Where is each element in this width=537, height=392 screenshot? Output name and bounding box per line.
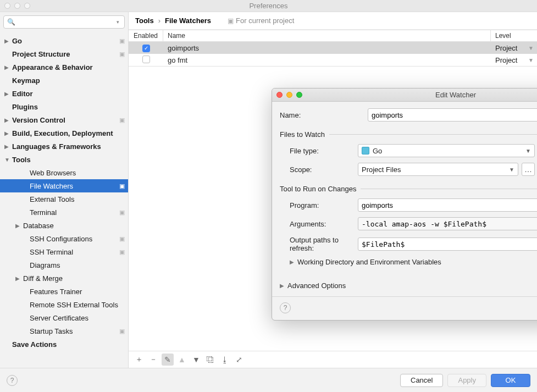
tree-item-diagrams[interactable]: ▶Diagrams <box>0 258 128 272</box>
project-scope-icon: ▣ <box>115 51 125 58</box>
tree-item-server-certificates[interactable]: ▶Server Certificates <box>0 311 128 324</box>
preferences-sidebar: 🔍 ▾ ▶Go▣▶Project Structure▣▶Appearance &… <box>0 12 129 368</box>
chevron-down-icon[interactable]: ▾ <box>117 19 119 25</box>
tree-item-version-control[interactable]: ▶Version Control▣ <box>0 113 128 126</box>
watcher-name: go fmt <box>163 56 491 64</box>
tree-item-save-actions[interactable]: ▶Save Actions <box>0 338 128 351</box>
tree-item-database[interactable]: ▶Database <box>0 219 128 232</box>
export-button[interactable]: ⤢ <box>233 354 245 366</box>
import-button[interactable]: ⭳ <box>219 354 231 366</box>
settings-tree: ▶Go▣▶Project Structure▣▶Appearance & Beh… <box>0 32 128 368</box>
tree-item-ssh-configurations[interactable]: ▶SSH Configurations▣ <box>0 232 128 245</box>
level-dropdown-icon[interactable]: ▼ <box>525 57 537 63</box>
tree-item-external-tools[interactable]: ▶External Tools <box>0 192 128 206</box>
breadcrumb-parent[interactable]: Tools <box>135 16 154 25</box>
search-icon: 🔍 <box>7 18 15 26</box>
working-dir-collapser[interactable]: ▶Working Directory and Environment Varia… <box>290 258 537 266</box>
search-input[interactable] <box>17 18 117 26</box>
tree-item-label: Appearance & Behavior <box>12 63 125 71</box>
advanced-collapser[interactable]: ▶Advanced Options <box>280 281 537 290</box>
tree-item-plugins[interactable]: ▶Plugins <box>0 100 128 113</box>
project-scope-icon: ▣ <box>115 328 125 335</box>
chevron-right-icon: ▶ <box>290 259 294 265</box>
table-row[interactable]: ✓goimportsProject▼ <box>129 42 537 54</box>
window-titlebar: Preferences <box>0 0 537 12</box>
watcher-name: goimports <box>163 44 491 52</box>
program-label: Program: <box>280 201 358 209</box>
tree-item-label: Terminal <box>30 208 115 217</box>
move-down-button[interactable]: ▼ <box>190 354 202 366</box>
ok-button[interactable]: OK <box>491 374 530 387</box>
dialog-max[interactable] <box>296 92 302 98</box>
tree-item-tools[interactable]: ▼Tools <box>0 153 128 166</box>
tree-item-label: Database <box>23 222 125 230</box>
tree-item-label: Startup Tasks <box>30 327 115 335</box>
tree-item-web-browsers[interactable]: ▶Web Browsers <box>0 166 128 179</box>
tree-item-ssh-terminal[interactable]: ▶SSH Terminal▣ <box>0 245 128 258</box>
chevron-right-icon: ▶ <box>15 275 23 281</box>
tree-item-terminal[interactable]: ▶Terminal▣ <box>0 206 128 219</box>
tree-item-label: Web Browsers <box>30 169 125 177</box>
dialog-min[interactable] <box>286 92 292 98</box>
traffic-close[interactable] <box>4 3 10 9</box>
tree-item-label: Languages & Frameworks <box>12 142 125 151</box>
chevron-down-icon: ▼ <box>4 157 12 163</box>
col-level[interactable]: Level <box>491 30 537 41</box>
chevron-right-icon: ▶ <box>4 117 12 123</box>
arguments-input[interactable] <box>358 217 537 230</box>
name-input[interactable] <box>368 108 537 122</box>
tree-item-startup-tasks[interactable]: ▶Startup Tasks▣ <box>0 324 128 338</box>
edit-button[interactable]: ✎ <box>162 354 174 366</box>
chevron-right-icon: ▶ <box>15 223 23 229</box>
add-button[interactable]: ＋ <box>133 354 145 366</box>
tree-item-go[interactable]: ▶Go▣ <box>0 34 128 47</box>
help-button[interactable]: ? <box>280 302 291 313</box>
chevron-right-icon: ▶ <box>4 91 12 97</box>
help-button[interactable]: ? <box>7 375 18 386</box>
traffic-min[interactable] <box>14 3 20 9</box>
tree-item-label: Project Structure <box>12 50 115 58</box>
chevron-right-icon: › <box>158 16 160 25</box>
tree-item-label: Build, Execution, Deployment <box>12 129 125 137</box>
tree-item-label: SSH Terminal <box>30 248 115 256</box>
tree-item-editor[interactable]: ▶Editor <box>0 87 128 100</box>
scope-browse-button[interactable]: … <box>522 163 535 176</box>
tree-item-appearance-behavior[interactable]: ▶Appearance & Behavior <box>0 60 128 74</box>
scope-select[interactable]: Project Files▼ <box>358 163 518 176</box>
table-row[interactable]: go fmtProject▼ <box>129 54 537 66</box>
dialog-close[interactable] <box>276 92 283 98</box>
chevron-right-icon: ▶ <box>4 38 12 44</box>
tree-item-diff-merge[interactable]: ▶Diff & Merge <box>0 272 128 285</box>
tree-item-project-structure[interactable]: ▶Project Structure▣ <box>0 47 128 60</box>
tree-item-keymap[interactable]: ▶Keymap <box>0 74 128 87</box>
level-dropdown-icon[interactable]: ▼ <box>525 45 537 51</box>
copy-button[interactable]: ⿻ <box>204 354 217 366</box>
col-enabled[interactable]: Enabled <box>129 30 163 41</box>
output-input[interactable] <box>358 238 537 251</box>
chevron-down-icon: ▼ <box>509 167 514 173</box>
enabled-checkbox[interactable]: ✓ <box>142 45 150 52</box>
project-scope-icon: ▣ <box>115 183 125 190</box>
search-box[interactable]: 🔍 ▾ <box>3 15 125 29</box>
tree-item-languages-frameworks[interactable]: ▶Languages & Frameworks <box>0 140 128 153</box>
project-scope-icon: ▣ <box>115 249 125 256</box>
project-scope-icon: ▣ <box>115 209 125 216</box>
tree-item-build-execution-deployment[interactable]: ▶Build, Execution, Deployment <box>0 126 128 140</box>
col-name[interactable]: Name <box>163 30 491 41</box>
enabled-checkbox[interactable] <box>142 56 150 63</box>
tree-item-features-trainer[interactable]: ▶Features Trainer <box>0 285 128 298</box>
tree-item-label: Remote SSH External Tools <box>30 301 125 309</box>
project-scope-icon: ▣ <box>115 37 125 45</box>
remove-button[interactable]: － <box>147 354 159 366</box>
tree-item-remote-ssh-external-tools[interactable]: ▶Remote SSH External Tools <box>0 298 128 311</box>
project-scope-icon: ▣ <box>115 117 125 124</box>
cancel-button[interactable]: Cancel <box>400 374 443 387</box>
dialog-title: Edit Watcher <box>272 91 537 99</box>
tree-item-file-watchers[interactable]: ▶File Watchers▣ <box>0 179 128 192</box>
tree-item-label: Version Control <box>12 116 115 124</box>
chevron-right-icon: ▶ <box>4 143 12 150</box>
program-input[interactable] <box>358 198 537 212</box>
move-up-button[interactable]: ▲ <box>176 354 188 366</box>
file-type-select[interactable]: Go▼ <box>358 144 535 157</box>
traffic-max[interactable] <box>24 3 30 9</box>
